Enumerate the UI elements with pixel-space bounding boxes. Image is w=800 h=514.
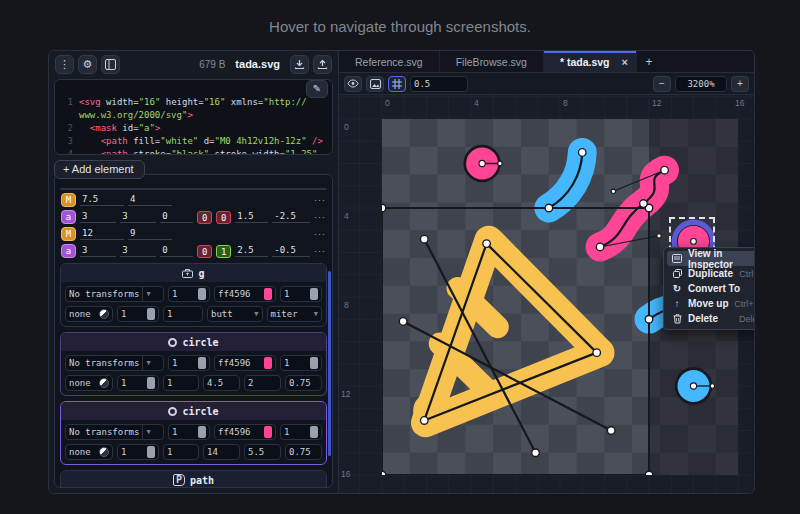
section-header[interactable]: P path <box>61 471 326 488</box>
section-header[interactable]: g <box>61 264 326 282</box>
menu-item-convert-to[interactable]: ↻ Convert To <box>667 281 754 296</box>
command-value[interactable]: 9 <box>128 228 172 240</box>
fill-opacity-input[interactable]: 1 <box>280 286 322 302</box>
file-size: 679 B <box>199 59 225 70</box>
menu-item-duplicate[interactable]: Duplicate Ctrl+D <box>667 266 754 281</box>
section-name: g <box>198 268 204 279</box>
section-header[interactable]: circle <box>61 333 326 351</box>
cone-shape[interactable] <box>413 240 600 428</box>
zoom-in-button[interactable]: + <box>731 76 749 92</box>
canvas-viewport[interactable]: 0 4 8 12 16 0 4 8 12 16 <box>339 95 754 493</box>
menu-button[interactable]: ⋮ <box>55 55 74 74</box>
visibility-button[interactable] <box>344 76 362 92</box>
command-value[interactable]: 7.5 <box>80 194 124 206</box>
reference-image-button[interactable] <box>366 76 384 92</box>
stroke-input[interactable]: none <box>65 444 113 460</box>
new-tab-button[interactable]: + <box>637 51 661 72</box>
command-value[interactable]: 3 <box>80 245 116 257</box>
linecap-select[interactable]: butt▼ <box>207 306 263 322</box>
menu-item-delete[interactable]: Delete Delete <box>667 311 754 326</box>
upload-button[interactable] <box>313 55 332 74</box>
row-menu-button[interactable]: ··· <box>314 212 326 222</box>
cyan-circle-shape[interactable] <box>676 369 714 404</box>
stroke-width-input[interactable]: 1 <box>163 375 199 391</box>
command-value[interactable]: 3 <box>120 211 156 223</box>
r-input[interactable]: 0.75 <box>285 375 322 391</box>
cx-input[interactable]: 14 <box>203 444 240 460</box>
arc-flag[interactable]: 0 <box>216 211 231 224</box>
command-badge[interactable]: M <box>61 193 76 207</box>
opacity-input[interactable]: 1 <box>168 424 210 440</box>
fill-input[interactable]: ff4596 <box>214 286 276 302</box>
command-badge[interactable]: a <box>61 244 76 258</box>
zoom-level[interactable]: 3200% <box>675 76 727 92</box>
pink-circle-shape[interactable] <box>465 146 502 181</box>
edit-code-button[interactable]: ✎ <box>306 80 328 98</box>
close-icon[interactable]: × <box>622 56 628 68</box>
transform-select[interactable]: No transforms▼ <box>65 355 164 371</box>
tab-tada[interactable]: * tada.svg × <box>544 51 637 72</box>
row-menu-button[interactable]: ··· <box>314 229 326 239</box>
section-header[interactable]: circle <box>61 402 326 420</box>
command-value[interactable]: -2.5 <box>272 211 310 223</box>
download-button[interactable] <box>290 55 309 74</box>
transform-select[interactable]: No transforms▼ <box>65 424 164 440</box>
cx-input[interactable]: 4.5 <box>203 375 240 391</box>
stroke-opacity-input[interactable]: 1 <box>117 444 159 460</box>
command-value[interactable]: 12 <box>80 228 124 240</box>
panels-button[interactable] <box>101 55 120 74</box>
stroke-input[interactable]: none <box>65 375 113 391</box>
element-section-g[interactable]: g No transforms▼ 1 ff4596 1 none 1 1 but… <box>60 263 327 327</box>
command-value[interactable]: -0.5 <box>272 245 310 257</box>
grid-button[interactable] <box>388 76 406 92</box>
arc-flag[interactable]: 0 <box>197 245 212 258</box>
menu-item-move-up[interactable]: ↑ Move up Ctrl+Up <box>667 296 754 311</box>
command-badge[interactable]: a <box>61 210 76 224</box>
stroke-width-input[interactable]: 1 <box>163 444 199 460</box>
fill-input[interactable]: ff4596 <box>214 355 276 371</box>
opacity-input[interactable]: 1 <box>168 286 210 302</box>
command-value[interactable]: 3 <box>80 211 116 223</box>
opacity-input[interactable]: 1 <box>168 355 210 371</box>
command-badge[interactable]: M <box>61 227 76 241</box>
grid-size-input[interactable]: 0.5 <box>410 76 468 92</box>
transform-select[interactable]: No transforms▼ <box>65 286 164 302</box>
element-section-circle-2[interactable]: circle No transforms▼ 1 ff4596 1 none 1 … <box>60 401 327 465</box>
command-value[interactable]: 4 <box>128 194 172 206</box>
arc-flag[interactable]: 1 <box>216 245 231 258</box>
menu-item-view-in-inspector[interactable]: View in Inspector <box>667 251 754 266</box>
element-section-circle-1[interactable]: circle No transforms▼ 1 ff4596 1 none 1 … <box>60 332 327 396</box>
panel-scrollbar[interactable] <box>328 271 331 456</box>
arc-flag[interactable]: 0 <box>197 211 212 224</box>
code-lines[interactable]: 1<svg width="16" height="16" xmlns="http… <box>59 96 326 155</box>
linejoin-select[interactable]: miter▼ <box>267 306 323 322</box>
tab-reference[interactable]: Reference.svg <box>339 51 440 72</box>
stroke-input[interactable]: none <box>65 306 113 322</box>
command-value[interactable]: 0 <box>160 211 193 223</box>
fill-opacity-input[interactable]: 1 <box>280 355 322 371</box>
tab-filebrowse[interactable]: FileBrowse.svg <box>440 51 544 72</box>
cy-input[interactable]: 5.5 <box>244 444 281 460</box>
fill-input[interactable]: ff4596 <box>214 424 276 440</box>
r-input[interactable]: 0.75 <box>285 444 322 460</box>
command-value[interactable]: 1.5 <box>235 211 268 223</box>
path-data-input[interactable]: M7.5 4a3 3 0 0 0 1.5-2.5M12 9a3 3 0 0 1 … <box>60 188 327 190</box>
command-value[interactable]: 0 <box>160 245 193 257</box>
fill-opacity-input[interactable]: 1 <box>280 424 322 440</box>
circle-icon <box>168 338 177 347</box>
command-value[interactable]: 2.5 <box>235 245 268 257</box>
stroke-opacity-input[interactable]: 1 <box>117 375 159 391</box>
row-menu-button[interactable]: ··· <box>314 246 326 256</box>
zoom-out-button[interactable]: − <box>653 76 671 92</box>
cyan-arc-1-shape[interactable] <box>549 152 582 208</box>
stroke-width-input[interactable]: 1 <box>163 306 203 322</box>
add-element-button[interactable]: + Add element <box>54 160 145 179</box>
command-value[interactable]: 3 <box>120 245 156 257</box>
element-section-path[interactable]: P path ▼ <box>60 470 327 488</box>
code-editor[interactable]: ✎ 1<svg width="16" height="16" xmlns="ht… <box>54 79 333 155</box>
cy-input[interactable]: 2 <box>244 375 281 391</box>
row-menu-button[interactable]: ··· <box>314 195 326 205</box>
stroke-opacity-input[interactable]: 1 <box>117 306 159 322</box>
settings-button[interactable]: ⚙ <box>78 55 97 74</box>
fill-swatch <box>264 288 272 300</box>
